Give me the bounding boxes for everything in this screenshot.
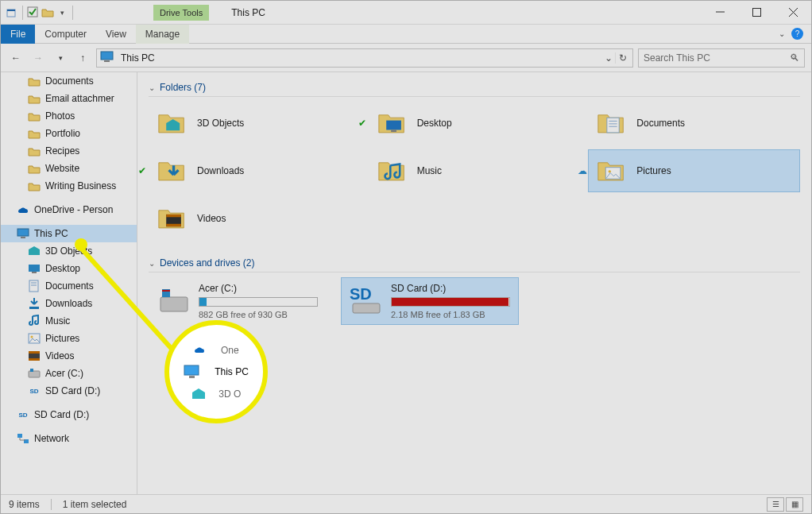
sidebar-item-label: Music [45,315,70,327]
address-bar[interactable]: This PC ⌄ ↻ [96,48,633,68]
tab-view[interactable]: View [96,25,136,44]
view-icons-button[interactable]: ▦ [786,497,803,512]
folder-item-downloads[interactable]: ✔Downloads [149,149,361,192]
folder-label: Videos [197,213,226,224]
drive-item-1[interactable]: SDSD Card (D:)2.18 MB free of 1.83 GB [341,277,519,325]
nav-forward-button[interactable]: → [29,49,47,67]
address-dropdown-icon[interactable]: ⌄ [602,52,615,64]
svg-rect-24 [17,434,22,438]
svg-rect-8 [104,60,110,62]
status-selection: 1 item selected [63,499,127,510]
sidebar-item-thispc-6[interactable]: Videos [1,347,137,365]
this-pc-icon [100,51,116,65]
tree-icon [28,367,41,380]
folder-label: Documents [636,118,685,129]
refresh-icon[interactable]: ↻ [615,52,629,64]
qat-folder-icon[interactable] [41,6,54,19]
folder-label: Desktop [417,118,452,129]
sidebar-item-label: Documents [45,280,94,292]
svg-rect-10 [21,237,25,238]
folder-icon [154,107,189,139]
ribbon-expand-icon[interactable]: ⌄ [779,29,785,38]
group-label: Folders (7) [160,82,206,93]
maximize-button[interactable] [738,1,775,25]
navigation-pane[interactable]: DocumentsEmail attachmerPhotosPortfolioR… [1,72,137,494]
sidebar-item-network[interactable]: Network [1,430,137,447]
drive-free-text: 2.18 MB free of 1.83 GB [391,310,510,319]
folder-item-desktop[interactable]: ✔Desktop [369,102,581,145]
sidebar-item-this-pc[interactable]: This PC [1,225,137,242]
view-details-button[interactable]: ☰ [767,497,784,512]
svg-rect-21 [29,358,40,361]
search-box[interactable]: 🔍︎ [638,48,805,68]
qat-check-icon[interactable] [27,6,40,19]
folder-item-3d-objects[interactable]: 3D Objects [149,102,361,145]
status-item-count: 9 items [9,499,40,510]
svg-rect-20 [29,351,40,354]
sidebar-item-quick-1[interactable]: Email attachmer [1,90,137,107]
sidebar-item-thispc-2[interactable]: Documents [1,277,137,295]
sidebar-item-quick-5[interactable]: Website [1,160,137,177]
svg-rect-40 [353,303,380,313]
sidebar-item-sdcard-ext[interactable]: SD SD Card (D:) [1,406,137,423]
tab-computer[interactable]: Computer [35,25,96,44]
sidebar-item-onedrive[interactable]: OneDrive - Person [1,201,137,218]
drive-item-0[interactable]: Acer (C:)882 GB free of 930 GB [149,277,327,325]
sidebar-item-thispc-0[interactable]: 3D Objects [1,242,137,260]
nav-recent-dropdown[interactable]: ▾ [52,49,69,67]
qat-dropdown-icon[interactable]: ▾ [56,6,68,19]
sidebar-item-quick-0[interactable]: Documents [1,72,137,90]
drive-free-text: 882 GB free of 930 GB [199,310,318,319]
sidebar-item-label: Writing Business [45,180,116,191]
svg-rect-11 [29,265,40,272]
group-header-folders[interactable]: ⌄ Folders (7) [149,79,800,97]
collapse-icon[interactable]: ⌄ [149,259,155,268]
sidebar-item-quick-6[interactable]: Writing Business [1,177,137,195]
sidebar-item-thispc-1[interactable]: Desktop [1,260,137,277]
contextual-tab-drive-tools: Drive Tools [153,5,209,21]
sidebar-item-thispc-7[interactable]: Acer (C:) [1,365,137,382]
sidebar-item-quick-3[interactable]: Portfolio [1,125,137,142]
nav-back-button[interactable]: ← [7,49,25,67]
sidebar-item-thispc-8[interactable]: SDSD Card (D:) [1,382,137,400]
group-label: Devices and drives (2) [160,257,254,269]
folder-icon [28,162,41,175]
nav-up-button[interactable]: ↑ [74,49,91,67]
folder-icon [28,145,41,157]
minimize-button[interactable] [702,1,738,25]
content-pane[interactable]: ⌄ Folders (7) 3D Objects✔DesktopDocument… [137,72,811,494]
sidebar-item-quick-2[interactable]: Photos [1,107,137,125]
svg-rect-16 [29,307,39,309]
group-header-drives[interactable]: ⌄ Devices and drives (2) [149,254,800,272]
sidebar-item-label: Recipes [45,145,79,157]
folder-icon [374,155,409,187]
sidebar-item-quick-4[interactable]: Recipes [1,142,137,160]
collapse-icon[interactable]: ⌄ [149,83,155,92]
folder-item-videos[interactable]: Videos [149,197,361,240]
tab-file[interactable]: File [1,25,35,44]
svg-rect-1 [7,10,15,11]
sidebar-item-label: Photos [45,110,75,122]
search-input[interactable] [644,52,790,64]
svg-rect-7 [101,52,113,60]
svg-rect-22 [29,371,40,377]
sidebar-item-thispc-5[interactable]: Pictures [1,330,137,347]
svg-rect-13 [29,280,38,292]
tree-icon [28,297,41,310]
svg-rect-36 [166,224,181,226]
tree-icon [28,315,41,327]
tab-manage[interactable]: Manage [136,25,189,44]
onedrive-icon [17,203,29,216]
sidebar-item-label: SD Card (D:) [34,409,89,420]
svg-rect-39 [162,290,170,292]
help-icon[interactable]: ? [791,28,803,40]
sidebar-item-thispc-4[interactable]: Music [1,312,137,330]
close-button[interactable] [775,1,811,25]
folder-item-pictures[interactable]: ☁Pictures [588,149,800,192]
qat-properties-icon[interactable] [6,6,18,19]
folder-item-documents[interactable]: Documents [588,102,800,145]
folder-item-music[interactable]: Music [369,149,581,192]
sidebar-item-thispc-3[interactable]: Downloads [1,295,137,312]
sidebar-item-label: Email attachmer [45,93,114,104]
search-icon[interactable]: 🔍︎ [790,52,799,64]
